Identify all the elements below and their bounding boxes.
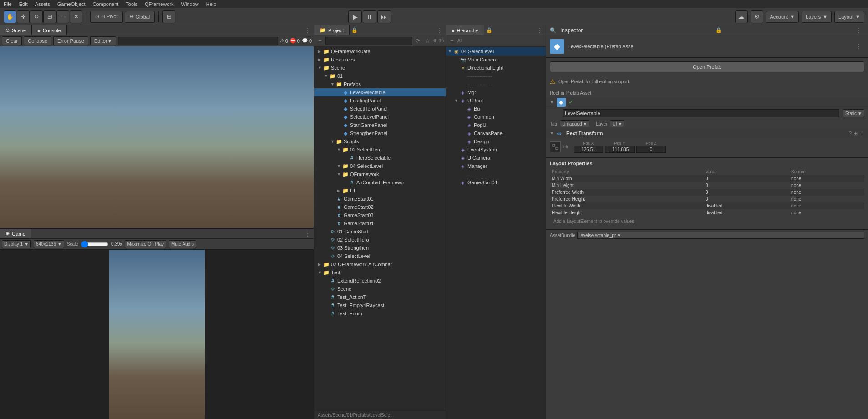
open-prefab-button[interactable]: Open Prefab (550, 61, 864, 72)
transform-tool[interactable]: ✕ (70, 10, 82, 23)
project-tree-item-gamestart04[interactable]: #GameStart04 (314, 219, 446, 227)
hierarchy-item-canvaspanel[interactable]: ◈CanvasPanel (446, 129, 546, 137)
hierarchy-tree[interactable]: ▼◉04 SelectLevel📷Main Camera☀Directional… (446, 46, 546, 419)
account-dropdown[interactable]: Account ▼ (766, 11, 799, 23)
project-tree-item-aircombat[interactable]: #AirCombat_Framewo (314, 178, 446, 187)
hierarchy-item-directionallight[interactable]: ☀Directional Light (446, 64, 546, 72)
project-tree-item-04selectlevel2[interactable]: ⛭04 SelectLevel (314, 252, 446, 260)
tab-scene[interactable]: ⊙ Scene (0, 25, 32, 35)
hierarchy-item-uicamera[interactable]: ◈UICamera (446, 154, 546, 162)
hierarchy-item-uiroot[interactable]: ▼◈UIRoot (446, 96, 546, 105)
pos-z-value[interactable]: 0 (636, 146, 666, 153)
project-tree-item-resources[interactable]: ▶📁Resources (314, 56, 446, 64)
inspector-menu[interactable]: ⋮ (854, 26, 863, 35)
rect-menu-icon[interactable]: ⋮ (859, 131, 864, 136)
scale-slider[interactable] (81, 242, 108, 247)
project-filter-btn[interactable]: ☆ (423, 37, 431, 45)
project-tree-item-levelselectable[interactable]: ◆LevelSelectable (314, 88, 446, 96)
project-tree-item-test_empty4raycast[interactable]: #Test_Empty4Raycast (314, 301, 446, 309)
project-tree-item-gamestart02[interactable]: #GameStart02 (314, 203, 446, 211)
hierarchy-item-common[interactable]: ◈Common (446, 113, 546, 121)
scene-console-menu[interactable]: ⋮ (304, 26, 312, 35)
clear-button[interactable]: Clear (2, 36, 22, 45)
hierarchy-item-selectlevel[interactable]: ▼◉04 SelectLevel (446, 47, 546, 56)
hierarchy-item-maincamera[interactable]: 📷Main Camera (446, 56, 546, 64)
inspector-lock[interactable]: 🔒 (716, 27, 722, 33)
mute-btn[interactable]: Mute Audio (169, 240, 196, 248)
hierarchy-item-divider1[interactable]: --------------- (446, 72, 546, 80)
console-search-input[interactable] (118, 37, 278, 45)
project-tree-item-test_actiont[interactable]: #Test_ActionT (314, 293, 446, 301)
rotate-tool[interactable]: ↺ (30, 10, 43, 23)
menu-component[interactable]: Component (92, 1, 118, 7)
game-menu[interactable]: ⋮ (304, 230, 312, 238)
hierarchy-item-divider3[interactable]: --------------- (446, 170, 546, 178)
object-menu-btn[interactable]: ⋮ (854, 42, 863, 50)
project-tree-item-01[interactable]: ▼📁01 (314, 72, 446, 80)
hand-tool[interactable]: ✋ (4, 10, 16, 23)
hierarchy-item-manager[interactable]: ◈Manager (446, 162, 546, 170)
hierarchy-item-mgr[interactable]: ◈Mgr (446, 88, 546, 96)
hierarchy-item-eventsystem[interactable]: ◈EventSystem (446, 146, 546, 154)
anchor-icon[interactable] (550, 141, 561, 152)
settings-icon[interactable]: ⚙ (751, 10, 763, 23)
resolution-dropdown[interactable]: 640x1136 ▼ (34, 240, 64, 248)
menu-gameobject[interactable]: GameObject (57, 1, 86, 7)
menu-help[interactable]: Help (206, 1, 217, 7)
project-tree-item-03strengthen[interactable]: ⛭03 Strengthen (314, 244, 446, 252)
tab-game[interactable]: ⊕ Game (0, 229, 31, 238)
project-tree-item-gamestart03[interactable]: #GameStart03 (314, 211, 446, 219)
project-search-input[interactable] (325, 37, 412, 45)
project-tree-item-02selecthero2[interactable]: ⛭02 SelectHero (314, 236, 446, 244)
tab-hierarchy[interactable]: ≡ Hierarchy (446, 25, 484, 35)
project-tree-item-02selecthero[interactable]: ▼📁02 SelectHero (314, 146, 446, 154)
project-tree-item-test_enum[interactable]: #Test_Enum (314, 309, 446, 318)
global-button[interactable]: ⊕ Global (125, 11, 155, 23)
project-tree-item-02qframework[interactable]: ▶📁02 QFramework.AirCombat (314, 260, 446, 268)
asset-bundle-dropdown[interactable]: levelselectable_pr ▼ (577, 232, 864, 239)
object-name-input[interactable] (563, 109, 839, 117)
project-tree-item-heroselectable[interactable]: #HeroSelectable (314, 154, 446, 162)
component-header[interactable]: ▼ ◆ ✓ (546, 97, 868, 107)
pos-y-value[interactable]: -111.885 (605, 146, 635, 153)
hierarchy-menu[interactable]: ⋮ (536, 26, 544, 35)
hierarchy-item-popui[interactable]: ◈PopUI (446, 121, 546, 129)
display-dropdown[interactable]: Display 1 ▼ (2, 240, 31, 248)
menu-file[interactable]: File (4, 1, 12, 7)
project-tree-item-qframework[interactable]: ▼📁QFramework (314, 170, 446, 178)
static-dropdown[interactable]: Static ▼ (843, 109, 864, 117)
play-button[interactable]: ▶ (348, 10, 362, 23)
rect-tool[interactable]: ▭ (56, 10, 69, 23)
layout-dropdown[interactable]: Layout ▼ (834, 11, 864, 23)
tab-project[interactable]: 📁 Project (314, 25, 350, 35)
menu-assets[interactable]: Assets (35, 1, 50, 7)
project-tree-item-selectlevelpanel[interactable]: ◆SelectLevelPanel (314, 113, 446, 121)
menu-tools[interactable]: Tools (126, 1, 137, 7)
error-pause-button[interactable]: Error Pause (53, 36, 88, 45)
hierarchy-item-bg[interactable]: ◈Bg (446, 105, 546, 113)
project-tree-item-scene2[interactable]: ⛭Scene (314, 285, 446, 293)
project-tree-item-gamestart01[interactable]: #GameStart01 (314, 195, 446, 203)
lock-icon[interactable]: 🔒 (351, 27, 358, 33)
project-tree-item-startgamepanel[interactable]: ◆StartGamePanel (314, 121, 446, 129)
rect-help-icon[interactable]: ? (849, 131, 852, 136)
pos-x-value[interactable]: 126.51 (574, 146, 603, 153)
hierarchy-item-gamestart04[interactable]: ◈GameStart04 (446, 178, 546, 187)
maximize-btn[interactable]: Maximize On Play (125, 240, 166, 248)
hierarchy-lock-icon[interactable]: 🔒 (486, 27, 492, 33)
project-tree-item-prefabs[interactable]: ▼📁Prefabs (314, 80, 446, 88)
menu-window[interactable]: Window (181, 1, 199, 7)
project-tree-item-01gamestart[interactable]: ⛭01 GameStart (314, 227, 446, 236)
all-label[interactable]: All (457, 38, 462, 43)
hierarchy-item-divider2[interactable]: --------------- (446, 80, 546, 88)
project-tree-item-strengthenpanel[interactable]: ◆StrengthenPanel (314, 129, 446, 137)
project-tree[interactable]: ▶📁QFrameworkData▶📁Resources▼📁Scene▼📁01▼📁… (314, 46, 446, 411)
project-tree-item-loadingpanel[interactable]: ◆LoadingPanel (314, 96, 446, 105)
move-tool[interactable]: ✛ (17, 10, 30, 23)
editor-button[interactable]: Editor ▼ (90, 36, 117, 45)
scale-tool[interactable]: ⊞ (43, 10, 56, 23)
project-add-btn[interactable]: + (316, 37, 324, 45)
hierarchy-add-btn[interactable]: + (448, 37, 456, 45)
hierarchy-item-design[interactable]: ◈Design (446, 137, 546, 146)
project-tree-item-scripts[interactable]: ▼📁Scripts (314, 137, 446, 146)
